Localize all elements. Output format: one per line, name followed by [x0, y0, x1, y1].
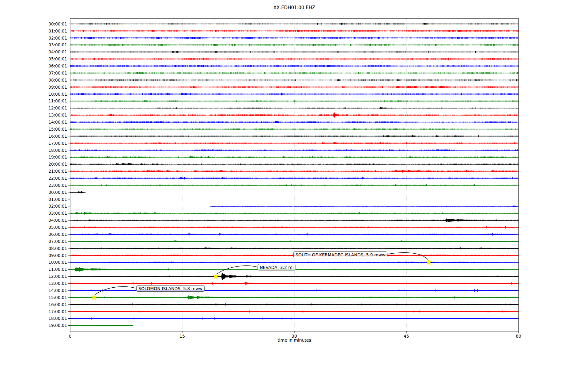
- plot-frame: [70, 18, 518, 331]
- y-axis-label: 18:00:01: [48, 148, 67, 153]
- y-axis-label: 16:00:01: [48, 302, 67, 307]
- annotation-arrow: [383, 253, 428, 260]
- y-axis-label: 06:00:01: [48, 63, 67, 68]
- y-axis-label: 07:00:01: [48, 239, 67, 244]
- y-axis-label: 10:00:01: [48, 92, 67, 97]
- annotation-label-kermadec: SOUTH OF KERMADEC ISLANDS, 5.9 mww: [293, 251, 387, 258]
- y-axis-label: 22:00:01: [48, 176, 67, 181]
- y-axis-label: 06:00:01: [48, 232, 67, 237]
- seismogram-figure: XX.EDH01.00.EHZ 00:00:0101:00:0102:00:01…: [0, 0, 588, 368]
- event-star-icon: [213, 273, 219, 279]
- y-axis-label: 16:00:01: [48, 134, 67, 139]
- annotation-text: NEVADA, 3.2 ml: [260, 265, 294, 270]
- y-axis-label: 05:00:01: [48, 56, 67, 61]
- y-axis-label: 17:00:01: [48, 309, 67, 314]
- y-axis-label: 11:00:01: [48, 98, 67, 103]
- event-star-icon: [426, 259, 432, 265]
- y-axis-label: 13:00:01: [48, 113, 67, 117]
- y-axis-label: 19:00:01: [48, 155, 67, 159]
- y-axis-label: 19:00:01: [48, 323, 67, 328]
- y-axis-label: 04:00:01: [48, 49, 67, 54]
- y-axis-label: 18:00:01: [48, 316, 67, 321]
- y-axis-label: 09:00:01: [48, 253, 67, 258]
- y-axis-label: 14:00:01: [48, 288, 67, 293]
- y-axis-label: 00:00:01: [48, 190, 67, 195]
- y-axis-label: 00:00:01: [48, 21, 67, 26]
- y-axis-label: 03:00:01: [48, 211, 67, 216]
- y-axis-label: 02:00:01: [48, 36, 67, 40]
- y-axis-label: 12:00:01: [48, 105, 67, 110]
- y-axis-label: 21:00:01: [48, 169, 67, 174]
- y-axis-label: 01:00:01: [48, 29, 67, 33]
- y-axis-label: 10:00:01: [48, 260, 67, 265]
- annotation-text: SOLOMON ISLANDS, 5.8 mww: [138, 286, 202, 291]
- annotation-label-nevada: NEVADA, 3.2 ml: [258, 264, 296, 270]
- annotation-label-solomon: SOLOMON ISLANDS, 5.8 mww: [136, 285, 205, 292]
- y-axis-label: 12:00:01: [48, 274, 67, 279]
- y-axis-label: 13:00:01: [48, 281, 67, 286]
- y-axis-label: 20:00:01: [48, 162, 67, 167]
- event-star-icon: [91, 294, 97, 300]
- y-axis-label: 11:00:01: [48, 267, 67, 272]
- helicorder-plot: 00:00:0101:00:0102:00:0103:00:0104:00:01…: [0, 0, 588, 368]
- y-axis-label: 08:00:01: [48, 78, 67, 82]
- y-axis-label: 15:00:01: [48, 295, 67, 300]
- y-axis-label: 01:00:01: [48, 197, 67, 202]
- y-axis-label: 04:00:01: [48, 218, 67, 223]
- y-axis-label: 02:00:01: [48, 204, 67, 209]
- y-axis-label: 23:00:01: [48, 183, 67, 188]
- y-axis-label: 07:00:01: [48, 71, 67, 75]
- x-axis-title: time in minutes: [70, 338, 518, 343]
- y-axis-label: 17:00:01: [48, 141, 67, 146]
- y-axis-label: 15:00:01: [48, 127, 67, 132]
- y-axis-label: 03:00:01: [48, 42, 67, 47]
- y-axis-label: 14:00:01: [48, 120, 67, 125]
- y-axis-label: 08:00:01: [48, 246, 67, 251]
- y-axis-label: 09:00:01: [48, 85, 67, 90]
- y-axis-label: 05:00:01: [48, 225, 67, 230]
- annotation-text: SOUTH OF KERMADEC ISLANDS, 5.9 mww: [296, 252, 385, 257]
